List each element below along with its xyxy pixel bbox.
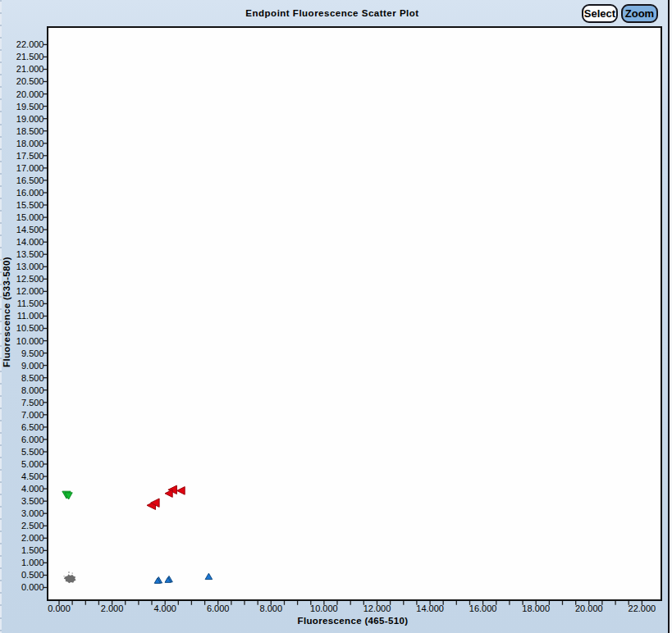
- svg-text:6.500: 6.500: [21, 422, 44, 432]
- svg-text:8.000: 8.000: [21, 385, 44, 395]
- svg-text:22.000: 22.000: [629, 603, 656, 613]
- svg-text:20.000: 20.000: [16, 89, 44, 99]
- svg-text:10.500: 10.500: [16, 323, 44, 333]
- svg-text:1.500: 1.500: [21, 545, 44, 555]
- svg-text:7.500: 7.500: [21, 398, 44, 408]
- svg-text:0.500: 0.500: [21, 570, 44, 580]
- svg-text:14.000: 14.000: [416, 603, 444, 613]
- svg-text:11.000: 11.000: [17, 311, 44, 321]
- svg-text:18.500: 18.500: [16, 126, 44, 136]
- svg-text:19.000: 19.000: [16, 114, 44, 124]
- svg-text:21.500: 21.500: [16, 52, 44, 61]
- svg-text:18.000: 18.000: [522, 603, 550, 613]
- svg-text:19.500: 19.500: [16, 102, 44, 112]
- svg-text:7.000: 7.000: [21, 410, 44, 420]
- svg-text:10.000: 10.000: [310, 603, 338, 613]
- svg-text:10.000: 10.000: [16, 336, 44, 346]
- svg-text:4.000: 4.000: [153, 603, 176, 613]
- svg-text:13.000: 13.000: [16, 262, 44, 271]
- svg-text:14.000: 14.000: [16, 237, 44, 247]
- svg-text:20.500: 20.500: [16, 76, 44, 86]
- svg-text:16.000: 16.000: [469, 603, 497, 613]
- svg-text:12.500: 12.500: [16, 274, 44, 284]
- svg-text:8.000: 8.000: [260, 603, 283, 613]
- svg-text:0.000: 0.000: [48, 603, 71, 613]
- svg-text:5.500: 5.500: [21, 447, 44, 457]
- svg-text:0.000: 0.000: [21, 582, 44, 592]
- svg-text:Fluorescence (465-510): Fluorescence (465-510): [298, 616, 409, 626]
- svg-text:20.000: 20.000: [575, 603, 603, 613]
- svg-text:15.000: 15.000: [16, 212, 44, 222]
- svg-text:2.000: 2.000: [21, 533, 44, 543]
- svg-text:2.000: 2.000: [101, 603, 124, 613]
- svg-text:12.000: 12.000: [16, 286, 44, 296]
- svg-text:21.000: 21.000: [16, 64, 44, 74]
- svg-text:8.500: 8.500: [21, 373, 44, 383]
- svg-text:1.000: 1.000: [21, 558, 44, 567]
- svg-text:18.000: 18.000: [16, 139, 44, 148]
- svg-text:12.000: 12.000: [363, 603, 391, 613]
- svg-text:14.500: 14.500: [16, 225, 44, 235]
- svg-text:Fluorescence (533-580): Fluorescence (533-580): [2, 257, 11, 367]
- svg-text:22.000: 22.000: [16, 39, 44, 49]
- svg-text:17.500: 17.500: [16, 151, 44, 161]
- svg-text:3.000: 3.000: [21, 508, 44, 518]
- svg-text:3.500: 3.500: [21, 496, 44, 506]
- svg-text:16.000: 16.000: [16, 188, 44, 198]
- svg-text:9.000: 9.000: [21, 361, 44, 371]
- svg-text:15.500: 15.500: [16, 200, 44, 210]
- svg-text:2.500: 2.500: [21, 521, 44, 531]
- svg-text:4.000: 4.000: [21, 484, 44, 494]
- svg-text:5.000: 5.000: [21, 459, 44, 469]
- svg-text:6.000: 6.000: [207, 603, 230, 613]
- svg-text:4.500: 4.500: [21, 471, 44, 481]
- svg-text:9.500: 9.500: [21, 348, 44, 358]
- svg-text:17.000: 17.000: [16, 163, 44, 173]
- svg-text:6.000: 6.000: [21, 435, 44, 444]
- svg-text:16.500: 16.500: [16, 175, 44, 185]
- svg-text:11.500: 11.500: [17, 298, 44, 308]
- svg-text:13.500: 13.500: [16, 249, 44, 259]
